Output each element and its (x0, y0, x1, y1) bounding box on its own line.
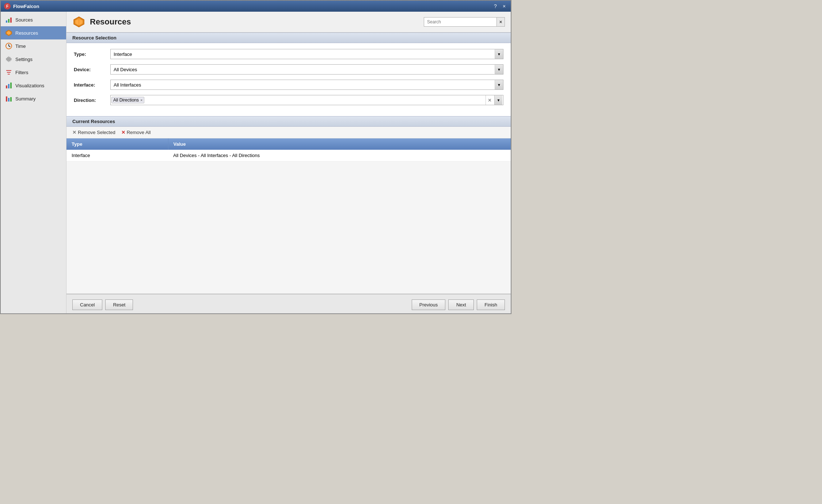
column-value: Value (168, 138, 510, 150)
resources-toolbar: ✕ Remove Selected ✕ Remove All (66, 127, 511, 138)
next-button[interactable]: Next (448, 299, 474, 310)
summary-icon (5, 95, 12, 102)
interface-control: All Interfaces ▼ (110, 80, 503, 90)
device-select[interactable]: All Devices (110, 64, 503, 75)
svg-rect-17 (6, 96, 7, 102)
direction-label: Direction: (74, 98, 110, 103)
device-label: Device: (74, 67, 110, 72)
titlebar: F FlowFalcon ? × (1, 1, 511, 12)
remove-all-button[interactable]: ✕ Remove All (121, 130, 151, 135)
form-section: Type: Interface Device Application ▼ (66, 43, 511, 116)
remove-selected-icon: ✕ (72, 130, 76, 135)
table-header-row: Type Value (66, 138, 511, 150)
close-button[interactable]: × (501, 3, 508, 9)
column-type: Type (66, 138, 168, 150)
sidebar-item-resources[interactable]: Resources (1, 26, 66, 39)
bottom-right-buttons: Previous Next Finish (412, 299, 505, 310)
type-row: Type: Interface Device Application ▼ (74, 49, 503, 59)
search-input[interactable] (424, 17, 497, 27)
direction-dropdown-button[interactable]: ▼ (494, 95, 502, 105)
bottom-bar: Cancel Reset Previous Next Finish (66, 294, 511, 314)
interface-label: Interface: (74, 82, 110, 88)
search-close-button[interactable]: × (497, 17, 505, 27)
sidebar-item-settings[interactable]: Settings (1, 53, 66, 66)
app-body: Sources Resources (1, 12, 511, 314)
resources-icon (5, 29, 12, 37)
settings-icon (5, 56, 12, 63)
direction-row: Direction: All Directions × ✕ ▼ (74, 95, 503, 105)
resource-selection-header: Resource Selection (66, 33, 511, 43)
reset-button[interactable]: Reset (105, 299, 133, 310)
sidebar-label-time: Time (15, 43, 26, 49)
type-select[interactable]: Interface Device Application (110, 49, 503, 59)
titlebar-controls: ? × (492, 3, 508, 9)
help-button[interactable]: ? (492, 3, 499, 9)
interface-row: Interface: All Interfaces ▼ (74, 80, 503, 90)
resources-section: ✕ Remove Selected ✕ Remove All Type (66, 127, 511, 161)
table-row[interactable]: Interface All Devices - All Interfaces -… (66, 150, 511, 161)
svg-rect-2 (6, 20, 7, 23)
page-header: Resources × (66, 12, 511, 33)
direction-clear-button[interactable]: ✕ (486, 95, 494, 105)
sidebar-item-summary[interactable]: Summary (1, 92, 66, 105)
interface-select[interactable]: All Interfaces (110, 80, 503, 90)
row-value: All Devices - All Interfaces - All Direc… (168, 150, 510, 161)
svg-rect-4 (10, 18, 12, 23)
svg-rect-15 (8, 84, 9, 88)
svg-rect-16 (10, 83, 12, 88)
panel-content: Resource Selection Type: Interface Devic… (66, 33, 511, 294)
sidebar-label-sources: Sources (15, 17, 33, 23)
sources-icon (5, 16, 12, 23)
sidebar-item-sources[interactable]: Sources (1, 13, 66, 26)
search-box: × (424, 17, 505, 27)
sidebar-label-summary: Summary (15, 96, 36, 102)
type-label: Type: (74, 51, 110, 57)
sidebar-item-time[interactable]: Time (1, 39, 66, 53)
direction-tag-remove-button[interactable]: × (140, 98, 142, 102)
svg-rect-3 (8, 19, 9, 23)
visualizations-icon (5, 82, 12, 89)
previous-button[interactable]: Previous (412, 299, 446, 310)
bottom-left-buttons: Cancel Reset (72, 299, 133, 310)
direction-tag-label: All Directions (113, 98, 139, 103)
sidebar-label-resources: Resources (15, 30, 38, 36)
app-title: FlowFalcon (13, 4, 39, 9)
remove-selected-label: Remove Selected (78, 130, 115, 135)
device-row: Device: All Devices ▼ (74, 64, 503, 75)
type-control: Interface Device Application ▼ (110, 49, 503, 59)
device-control: All Devices ▼ (110, 64, 503, 75)
page-header-left: Resources (72, 15, 131, 28)
remove-all-label: Remove All (127, 130, 151, 135)
sidebar: Sources Resources (1, 12, 66, 314)
remove-all-icon: ✕ (121, 130, 125, 135)
app-logo-icon: F (4, 3, 11, 10)
sidebar-label-settings: Settings (15, 57, 33, 62)
time-icon (5, 42, 12, 50)
cancel-button[interactable]: Cancel (72, 299, 102, 310)
current-resources-header: Current Resources (66, 116, 511, 127)
svg-line-9 (9, 46, 10, 47)
sidebar-item-visualizations[interactable]: Visualizations (1, 79, 66, 92)
sidebar-label-visualizations: Visualizations (15, 83, 44, 88)
svg-text:F: F (6, 4, 8, 8)
page-icon (72, 15, 85, 28)
sidebar-item-filters[interactable]: Filters (1, 66, 66, 79)
page-title: Resources (90, 17, 131, 27)
svg-rect-14 (6, 85, 7, 88)
svg-rect-18 (8, 98, 9, 102)
finish-button[interactable]: Finish (477, 299, 505, 310)
sidebar-label-filters: Filters (15, 70, 28, 75)
direction-tag: All Directions × (111, 97, 144, 103)
direction-tag-input: All Directions × ✕ ▼ (110, 95, 503, 105)
main-panel: Resources × Resource Selection Type: (66, 12, 511, 314)
titlebar-left: F FlowFalcon (4, 3, 39, 10)
svg-rect-19 (10, 97, 12, 102)
content-area: Sources Resources (1, 12, 511, 314)
remove-selected-button[interactable]: ✕ Remove Selected (72, 130, 115, 135)
resources-table: Type Value Interface All Devices - All I… (66, 138, 511, 161)
filters-icon (5, 69, 12, 76)
row-type: Interface (66, 150, 168, 161)
